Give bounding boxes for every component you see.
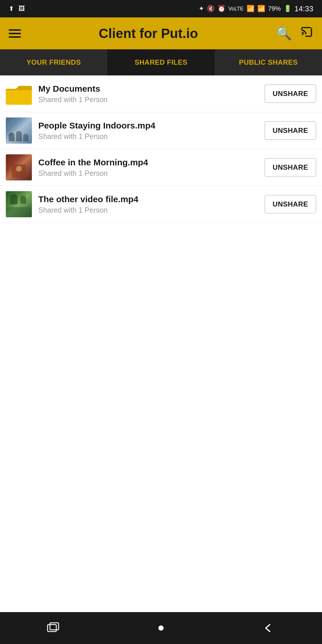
home-button[interactable]	[149, 616, 173, 640]
file-name: The other video file.mp4	[38, 194, 260, 204]
file-item-other-video[interactable]: The other video file.mp4 Shared with 1 P…	[0, 186, 322, 223]
svg-rect-0	[302, 34, 303, 35]
alarm-icon: ⏰	[218, 5, 225, 12]
image-icon: 🖼	[19, 5, 25, 12]
svg-rect-2	[6, 89, 32, 105]
file-subtitle: Shared with 1 Person	[38, 95, 260, 104]
video-thumb-other	[6, 191, 32, 217]
tab-public-shares[interactable]: PUBLIC SHARES	[215, 49, 322, 75]
header-icons: 🔍	[276, 26, 313, 41]
file-info-people-staying-indoors: People Staying Indoors.mp4 Shared with 1…	[38, 121, 260, 141]
status-time: 14:33	[294, 4, 313, 13]
bluetooth-icon: ✦	[199, 5, 204, 12]
menu-button[interactable]	[9, 29, 21, 38]
file-name: My Documents	[38, 84, 260, 94]
nav-bar	[0, 612, 322, 644]
signal-icon: 📶	[257, 5, 265, 12]
search-icon[interactable]: 🔍	[276, 26, 292, 41]
file-info-other-video: The other video file.mp4 Shared with 1 P…	[38, 194, 260, 214]
unshare-button-people-staying-indoors[interactable]: UNSHARE	[265, 121, 316, 140]
file-list: My Documents Shared with 1 Person UNSHAR…	[0, 75, 322, 612]
unshare-button-other-video[interactable]: UNSHARE	[265, 195, 316, 214]
volte-icon: VoLTE	[228, 6, 244, 12]
battery-level: 79%	[268, 5, 281, 12]
folder-thumb	[6, 81, 32, 107]
unshare-button-coffee-in-the-morning[interactable]: UNSHARE	[265, 158, 316, 177]
usb-icon: ⬆	[9, 5, 14, 12]
file-name: Coffee in the Morning.mp4	[38, 158, 260, 167]
video-thumb-people	[6, 117, 32, 144]
app-header: Client for Put.io 🔍	[0, 17, 322, 49]
mute-icon: 🔇	[207, 5, 215, 12]
file-item-people-staying-indoors[interactable]: People Staying Indoors.mp4 Shared with 1…	[0, 112, 322, 149]
battery-icon: 🔋	[284, 5, 292, 12]
video-thumb-coffee	[6, 154, 32, 180]
tab-navigation: YOUR FRIENDS SHARED FILES PUBLIC SHARES	[0, 49, 322, 75]
cast-icon[interactable]	[300, 26, 313, 41]
file-name: People Staying Indoors.mp4	[38, 121, 260, 131]
status-bar: ⬆ 🖼 ✦ 🔇 ⏰ VoLTE 📶 📶 79% 🔋 14:33	[0, 0, 322, 17]
file-subtitle: Shared with 1 Person	[38, 206, 260, 214]
file-item-coffee-in-the-morning[interactable]: Coffee in the Morning.mp4 Shared with 1 …	[0, 149, 322, 186]
file-info-coffee-in-the-morning: Coffee in the Morning.mp4 Shared with 1 …	[38, 158, 260, 178]
tab-your-friends[interactable]: YOUR FRIENDS	[0, 49, 107, 75]
svg-rect-3	[48, 625, 56, 632]
unshare-button-my-documents[interactable]: UNSHARE	[265, 84, 316, 103]
file-info-my-documents: My Documents Shared with 1 Person	[38, 84, 260, 104]
back-button[interactable]	[257, 616, 280, 640]
status-bar-left: ⬆ 🖼	[9, 5, 25, 12]
file-item-my-documents[interactable]: My Documents Shared with 1 Person UNSHAR…	[0, 75, 322, 112]
file-subtitle: Shared with 1 Person	[38, 169, 260, 178]
wifi-icon: 📶	[247, 5, 254, 12]
app-title: Client for Put.io	[99, 26, 198, 41]
recent-apps-button[interactable]	[42, 616, 65, 640]
file-subtitle: Shared with 1 Person	[38, 132, 260, 141]
tab-shared-files[interactable]: SHARED FILES	[107, 49, 215, 75]
status-bar-right: ✦ 🔇 ⏰ VoLTE 📶 📶 79% 🔋 14:33	[199, 4, 313, 13]
svg-rect-4	[50, 623, 59, 630]
